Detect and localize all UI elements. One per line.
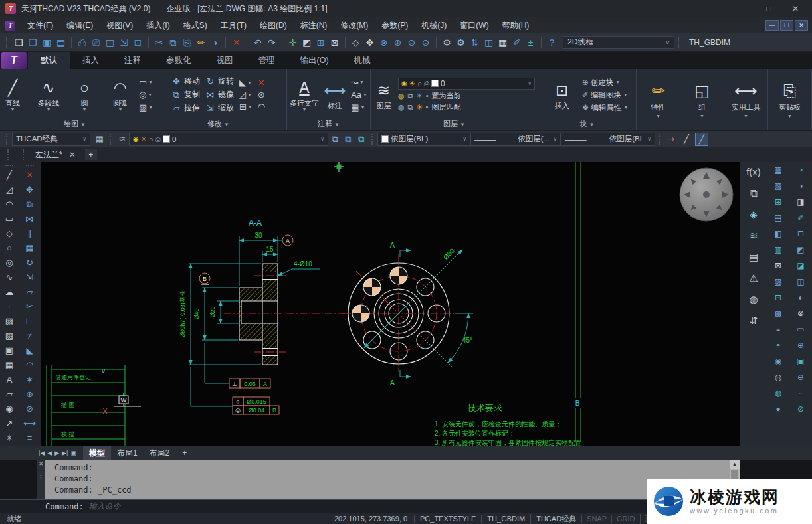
- layers-button[interactable]: ≋ 图层: [373, 80, 394, 110]
- region-tool-icon[interactable]: ▣: [0, 343, 19, 358]
- props-tool-icon[interactable]: ≡: [19, 431, 41, 446]
- toolbar-icon[interactable]: [225, 37, 226, 48]
- palette-tool-icon[interactable]: ▩: [767, 308, 789, 319]
- polyline-button[interactable]: ∿ 多段线 ▼: [33, 78, 64, 112]
- dim-style-box[interactable]: TH_GBDIM: [684, 38, 758, 47]
- panel-label[interactable]: 注释 ▼: [287, 119, 370, 130]
- menu-item[interactable]: 机械(J): [415, 17, 453, 33]
- palette-tool-icon[interactable]: ◑: [789, 181, 812, 191]
- palette-tool-icon[interactable]: ◧: [767, 228, 789, 239]
- layer-dropdown[interactable]: ◉☀∩⎙ 0 ∨: [398, 78, 535, 90]
- polyline-tool-icon[interactable]: ◿: [0, 183, 19, 197]
- undo-icon[interactable]: ↶: [251, 35, 264, 50]
- layer-new-tool-icon[interactable]: ⧉: [328, 134, 342, 145]
- create-block-button[interactable]: ⊕ 创建块 ▼: [582, 76, 629, 88]
- join-tool-icon[interactable]: ⊕: [19, 387, 41, 402]
- toolbar-handle[interactable]: [6, 37, 9, 48]
- layer-dropdown[interactable]: ◉☀∩⎙ 0 ∨: [129, 133, 328, 146]
- palette-tool-icon[interactable]: ✐: [789, 213, 812, 223]
- array-button[interactable]: ⊞ ▼: [239, 101, 253, 112]
- layer-lock-icon[interactable]: ∩: [149, 134, 153, 145]
- drag-handle-icon[interactable]: ⋮: [38, 474, 45, 481]
- close-icon[interactable]: ✕: [39, 461, 43, 467]
- ray-tool-icon[interactable]: ↗: [0, 416, 19, 431]
- menu-item[interactable]: 绘图(D): [253, 17, 294, 33]
- drawing-canvas[interactable]: B: [41, 162, 740, 446]
- zoom-extents-icon[interactable]: ⊗: [377, 35, 391, 50]
- save-as-icon[interactable]: ▤: [54, 35, 68, 50]
- palette-tool-icon[interactable]: ◨: [789, 197, 812, 207]
- menu-item[interactable]: 文件(F): [21, 17, 60, 33]
- layout-nav-icon[interactable]: ▶|: [62, 450, 68, 456]
- layer-isolate-icon[interactable]: ◍: [398, 92, 405, 100]
- offset-tool-icon[interactable]: ∥: [19, 226, 41, 241]
- status-field[interactable]: PC_TEXTSTYLE: [414, 515, 481, 523]
- ribbon-tab[interactable]: 机械: [342, 52, 383, 69]
- help-icon[interactable]: ?: [545, 35, 559, 50]
- fillet-tool-icon[interactable]: ◠: [19, 358, 41, 373]
- line-style-active-icon[interactable]: ╱: [695, 133, 708, 146]
- panel-label[interactable]: 块 ▼: [538, 119, 636, 130]
- line-button[interactable]: ╱ 直线 ▼: [0, 78, 29, 112]
- section-view[interactable]: A B A-A 30 15 4-Ø10 Ø80h7(-0.03)基准 Ø40 Ø…: [179, 218, 351, 414]
- filter-icon[interactable]: ⇵: [750, 315, 758, 327]
- palette-tool-icon[interactable]: ⊕: [789, 340, 812, 351]
- sheet-list-icon[interactable]: ▤: [749, 251, 758, 263]
- app-menu-icon[interactable]: T: [5, 21, 15, 31]
- gradient-tool-icon[interactable]: ▧: [0, 329, 19, 343]
- select-all-icon[interactable]: ⊠: [328, 35, 342, 50]
- layer-lock-icon[interactable]: ∩: [417, 78, 422, 89]
- layers-palette-icon[interactable]: ≋: [750, 230, 758, 242]
- new-file-icon[interactable]: ❏: [12, 35, 26, 50]
- rectangle-tool-icon[interactable]: ▭: [0, 212, 19, 226]
- layout-tab[interactable]: 布局1: [111, 446, 144, 460]
- paste-icon[interactable]: ⎘: [180, 35, 194, 50]
- palette-tool-icon[interactable]: ◒: [767, 324, 789, 335]
- copy-icon[interactable]: ⧉: [166, 35, 180, 50]
- palette-tool-icon[interactable]: ⊗: [789, 308, 812, 319]
- set-current-button[interactable]: 置为当前: [432, 91, 461, 101]
- rotate-button[interactable]: ↻ 旋转: [205, 75, 234, 88]
- palette-tool-icon[interactable]: ◩: [789, 244, 812, 255]
- annotation-scale-icon[interactable]: ±: [524, 35, 538, 50]
- ribbon-tab[interactable]: 视图: [204, 52, 246, 69]
- designcenter-icon[interactable]: ⧉: [750, 187, 758, 199]
- print-preview-icon[interactable]: ⎚: [89, 35, 103, 50]
- xline-tool-icon[interactable]: ✳: [0, 431, 19, 446]
- close-button[interactable]: ✕: [791, 4, 800, 13]
- panel-label[interactable]: 修改 ▼: [150, 119, 286, 130]
- layer-new-icon[interactable]: ✶: [416, 92, 422, 100]
- maximize-button[interactable]: □: [764, 4, 773, 13]
- layer-thaw-icon[interactable]: ⧉: [408, 103, 413, 112]
- palette-tool-icon[interactable]: ◫: [789, 276, 812, 287]
- revcloud-tool-icon[interactable]: ☁: [0, 285, 19, 300]
- layer-freeze-icon[interactable]: ☀: [409, 78, 415, 89]
- toolbar-icon[interactable]: [436, 37, 437, 48]
- ribbon-tab[interactable]: 输出(O): [288, 52, 342, 69]
- toolbar-icon[interactable]: [148, 37, 149, 48]
- palette-tool-icon[interactable]: ◍: [767, 388, 789, 398]
- ribbon-tab[interactable]: 默认: [28, 52, 70, 69]
- toolbar-icon[interactable]: [282, 37, 282, 48]
- navigation-wheel[interactable]: [675, 163, 737, 225]
- palette-tool-icon[interactable]: ◪: [789, 260, 812, 271]
- doc-close-button[interactable]: ✕: [795, 20, 808, 31]
- stretch-button[interactable]: ▱ 拉伸: [171, 102, 200, 114]
- palette-tool-icon[interactable]: ◎: [767, 372, 789, 383]
- toolbar-icon[interactable]: [247, 37, 247, 48]
- explode-tool-icon[interactable]: ✶: [19, 373, 41, 387]
- new-tab-button[interactable]: +: [85, 149, 97, 160]
- zoom-realtime-icon[interactable]: ⊙: [419, 35, 433, 50]
- layer-freeze-icon[interactable]: ☀: [141, 134, 147, 145]
- ellipse-tool-icon[interactable]: ◎: [0, 256, 19, 270]
- palette-tool-icon[interactable]: ◐: [789, 292, 812, 303]
- grid-display-icon[interactable]: ▦: [496, 35, 510, 50]
- palette-tool-icon[interactable]: ▧: [767, 181, 789, 191]
- properties-panel-icon[interactable]: ◫: [482, 35, 496, 50]
- text-style-button[interactable]: Aa ▼: [351, 89, 367, 100]
- palette-tool-icon[interactable]: ◔: [789, 165, 812, 175]
- adjust-icon[interactable]: ◑: [208, 35, 222, 50]
- edit-block-button[interactable]: ✐ 编辑图块 ▼: [582, 89, 629, 101]
- draw-order-icon[interactable]: ✐: [510, 35, 524, 50]
- palette-tool-icon[interactable]: ⊖: [789, 372, 812, 383]
